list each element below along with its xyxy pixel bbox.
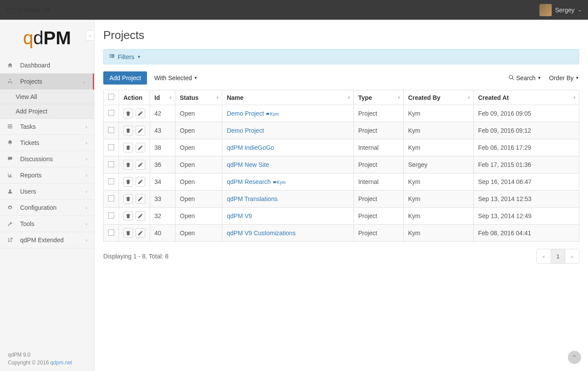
nav-label: Tickets xyxy=(20,139,39,146)
cell-created-by: Kym xyxy=(403,105,473,122)
comment-badge[interactable]: Kym xyxy=(273,180,286,185)
sidebar-item-tools[interactable]: Tools› xyxy=(0,216,94,232)
nav-label: Reports xyxy=(20,172,42,179)
edit-button[interactable] xyxy=(136,211,145,221)
delete-button[interactable] xyxy=(123,109,133,118)
avatar xyxy=(539,4,552,16)
project-link[interactable]: qdPM Translations xyxy=(227,195,277,202)
sidebar-item-qdpm-extended[interactable]: qdPM Extended› xyxy=(0,232,94,248)
project-link[interactable]: qdPM Research xyxy=(227,178,270,185)
col-created-at[interactable]: Created At▲▼ xyxy=(473,90,579,105)
edit-button[interactable] xyxy=(136,177,145,187)
sidebar-item-users[interactable]: Users› xyxy=(0,184,94,200)
delete-button[interactable] xyxy=(123,126,133,135)
pager-page[interactable]: 1 xyxy=(551,249,565,263)
gear-icon xyxy=(7,205,15,211)
cell-status: Open xyxy=(175,105,222,122)
add-project-button[interactable]: Add Project xyxy=(103,71,147,85)
delete-button[interactable] xyxy=(123,160,133,170)
nav-label: Configuration xyxy=(20,204,56,211)
cell-id: 34 xyxy=(150,173,175,191)
chevron-right-icon: › xyxy=(86,157,87,162)
nav-label: Tasks xyxy=(20,123,36,130)
sidebar-collapse-button[interactable]: ‹ xyxy=(86,30,94,41)
project-link[interactable]: Demo Project xyxy=(227,127,264,134)
row-checkbox[interactable] xyxy=(108,110,114,116)
col-id[interactable]: Id▲▼ xyxy=(150,90,175,105)
project-link[interactable]: qdPM V9 xyxy=(227,212,252,219)
project-link[interactable]: Demo Project xyxy=(227,110,264,117)
sort-icon: ▲▼ xyxy=(216,96,220,99)
edit-button[interactable] xyxy=(136,126,145,135)
cell-id: 38 xyxy=(150,139,175,156)
row-checkbox[interactable] xyxy=(108,195,114,201)
col-created-by[interactable]: Created By▲▼ xyxy=(403,90,473,105)
edit-button[interactable] xyxy=(136,143,145,152)
pager-prev[interactable]: ‹ xyxy=(537,249,551,263)
delete-button[interactable] xyxy=(123,177,133,187)
edit-button[interactable] xyxy=(136,109,145,118)
col-name[interactable]: Name▲▼ xyxy=(222,90,354,105)
home-icon xyxy=(7,62,15,68)
delete-button[interactable] xyxy=(123,228,133,238)
footer-link[interactable]: qdpm.net xyxy=(50,360,72,366)
delete-button[interactable] xyxy=(123,143,133,152)
row-checkbox[interactable] xyxy=(108,144,114,150)
sidebar-item-configuration[interactable]: Configuration› xyxy=(0,200,94,216)
bell-icon xyxy=(7,140,15,146)
sidebar-item-discussions[interactable]: Discussions› xyxy=(0,151,94,167)
external-icon xyxy=(7,237,15,243)
row-checkbox[interactable] xyxy=(108,161,114,167)
sidebar-sub-add-project[interactable]: Add Project xyxy=(0,104,94,119)
cell-type: Project xyxy=(354,105,403,122)
cell-created-at: Feb 09, 2016 09:05 xyxy=(473,105,579,122)
with-selected-button[interactable]: With Selected▼ xyxy=(154,74,197,81)
comment-badge[interactable]: Kym xyxy=(266,112,279,117)
project-link[interactable]: qdPM V9 Customizations xyxy=(227,230,295,237)
delete-button[interactable] xyxy=(123,194,133,204)
row-checkbox[interactable] xyxy=(108,178,114,184)
edit-button[interactable] xyxy=(136,160,145,170)
cell-created-at: Sep 13, 2014 12:49 xyxy=(473,208,579,225)
cell-type: Project xyxy=(354,122,403,139)
delete-button[interactable] xyxy=(123,211,133,221)
edit-button[interactable] xyxy=(136,228,145,238)
project-link[interactable]: qdPM New Site xyxy=(227,161,269,168)
filters-label: Filters xyxy=(118,53,134,60)
cell-id: 33 xyxy=(150,191,175,208)
col-status[interactable]: Status▲▼ xyxy=(175,90,222,105)
row-checkbox[interactable] xyxy=(108,230,114,236)
cell-created-at: Feb 08, 2016 04:41 xyxy=(473,225,579,242)
scroll-top-button[interactable]: ⌃ xyxy=(568,351,581,364)
sidebar-item-tasks[interactable]: Tasks› xyxy=(0,119,94,135)
chevron-right-icon: › xyxy=(86,124,87,129)
search-button[interactable]: Search▼ xyxy=(508,74,541,82)
cell-status: Open xyxy=(175,173,222,191)
select-all-checkbox[interactable] xyxy=(108,94,114,100)
edit-button[interactable] xyxy=(136,194,145,204)
table-footer: Displaying 1 - 8, Total: 8 ‹ 1 › xyxy=(103,249,579,264)
project-link[interactable]: qdPM IndieGoGo xyxy=(227,144,274,151)
col-action[interactable]: Action xyxy=(119,90,150,105)
sidebar-item-projects[interactable]: Projects⌄ xyxy=(0,74,94,90)
cell-created-by: Kym xyxy=(403,191,473,208)
sidebar-sub-view-all[interactable]: View All xyxy=(0,90,94,104)
col-type[interactable]: Type▲▼ xyxy=(354,90,403,105)
order-by-button[interactable]: Order By▼ xyxy=(549,74,579,82)
footer-version: qdPM 9.0 xyxy=(8,351,86,359)
table-row: 32 Open qdPM V9 Project Kym Sep 13, 2014… xyxy=(104,208,579,225)
sidebar-item-dashboard[interactable]: Dashboard xyxy=(0,57,94,74)
sort-icon: ▲▼ xyxy=(467,96,471,99)
search-icon xyxy=(508,74,514,82)
sidebar-item-tickets[interactable]: Tickets› xyxy=(0,135,94,151)
sidebar-item-reports[interactable]: Reports› xyxy=(0,167,94,184)
row-checkbox[interactable] xyxy=(108,212,114,219)
app-title: qdPM Demo V9 xyxy=(7,7,50,14)
row-checkbox[interactable] xyxy=(108,127,114,133)
chart-icon xyxy=(7,172,15,178)
filters-bar[interactable]: Filters ▼ xyxy=(103,49,579,64)
user-menu[interactable]: Sergey ⌄ xyxy=(539,4,581,16)
cell-status: Open xyxy=(175,139,222,156)
topbar: qdPM Demo V9 Sergey ⌄ xyxy=(0,0,588,20)
pager-next[interactable]: › xyxy=(565,249,579,263)
